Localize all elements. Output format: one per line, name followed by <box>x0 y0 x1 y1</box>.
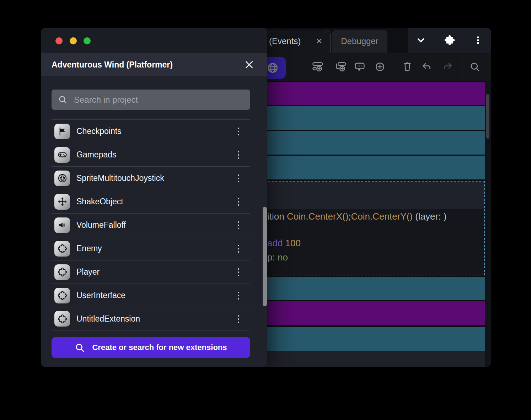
events-scrollbar-track[interactable] <box>485 81 491 367</box>
events-editor-window: (Events) ✕ Debugger <box>250 28 491 367</box>
screen: (Events) ✕ Debugger <box>0 0 531 420</box>
puzzle-icon <box>54 311 70 327</box>
item-menu-button[interactable] <box>233 260 244 284</box>
list-item-userinterface[interactable]: UserInterface <box>52 284 250 307</box>
event-row[interactable] <box>250 106 485 130</box>
add-subevent-button[interactable] <box>333 59 349 75</box>
joystick-icon <box>54 171 70 186</box>
toolbar-divider <box>308 56 308 77</box>
event-row[interactable] <box>250 82 485 105</box>
search-input[interactable] <box>73 95 244 105</box>
add-circle-button[interactable] <box>372 59 388 75</box>
tab-bar: (Events) ✕ Debugger <box>250 28 491 53</box>
event-action-text: ition Coin.CenterX();Coin.CenterY() (lay… <box>267 211 446 222</box>
event-action-text: p: no <box>267 252 288 263</box>
puzzle-icon <box>54 264 70 280</box>
globe-icon <box>266 61 280 75</box>
chevron-down-icon[interactable] <box>413 32 429 48</box>
create-search-extensions-button[interactable]: Create or search for new extensions <box>52 337 250 358</box>
tab-debugger[interactable]: Debugger <box>332 30 387 53</box>
item-menu-button[interactable] <box>233 307 244 331</box>
cta-label: Create or search for new extensions <box>92 343 227 352</box>
event-action-text: add 100 <box>267 238 301 249</box>
puzzle-icon <box>54 288 70 303</box>
event-row[interactable] <box>250 131 485 155</box>
close-icon[interactable] <box>244 59 254 70</box>
event-row-selected[interactable]: ition Coin.CenterX();Coin.CenterY() (lay… <box>250 181 485 275</box>
add-comment-button[interactable] <box>352 59 368 75</box>
dialog-header: Adventurous Wind (Platformer) <box>41 53 267 76</box>
puzzle-icon[interactable] <box>442 32 457 48</box>
kebab-menu-icon[interactable] <box>470 32 486 48</box>
item-menu-button[interactable] <box>233 214 244 237</box>
list-item-checkpoints[interactable]: Checkpoints <box>52 119 250 143</box>
search-events-button[interactable] <box>467 59 483 75</box>
flag-icon <box>54 124 70 139</box>
tabbar-controls <box>408 28 491 53</box>
list-item-gamepads[interactable]: Gamepads <box>52 143 250 166</box>
event-row[interactable] <box>250 301 485 325</box>
search-icon <box>75 343 85 353</box>
tab-events-label: (Events) <box>269 30 301 52</box>
tab-close-icon[interactable]: ✕ <box>313 30 325 52</box>
tab-debugger-label: Debugger <box>341 36 378 46</box>
puzzle-icon <box>54 241 70 257</box>
list-item-spritemultitouchjoystick[interactable]: SpriteMultitouchJoystick <box>52 166 250 190</box>
list-item-player[interactable]: Player <box>52 260 250 284</box>
minimize-traffic-light[interactable] <box>70 37 77 44</box>
move-arrows-icon <box>54 194 70 210</box>
toolbar-divider <box>462 56 462 77</box>
toolbar-divider <box>393 56 393 77</box>
item-menu-button[interactable] <box>233 237 244 260</box>
extensions-dialog: Adventurous Wind (Platformer) Checkpoint… <box>41 28 267 367</box>
events-sheet: ition Coin.CenterX();Coin.CenterY() (lay… <box>250 81 491 367</box>
item-menu-button[interactable] <box>233 284 244 307</box>
gamepad-icon <box>54 147 70 163</box>
item-menu-button[interactable] <box>233 143 244 167</box>
list-item-untitledextension[interactable]: UntitledExtension <box>52 307 250 330</box>
item-menu-button[interactable] <box>233 120 244 143</box>
event-row[interactable] <box>250 327 485 351</box>
dialog-scrollbar-thumb[interactable] <box>263 207 267 306</box>
search-icon <box>58 95 68 104</box>
dialog-titlebar <box>41 28 267 53</box>
speaker-icon <box>54 217 70 233</box>
event-conditions-area <box>251 182 484 209</box>
zoom-traffic-light[interactable] <box>84 37 91 44</box>
project-search[interactable] <box>52 90 250 110</box>
add-event-button[interactable] <box>310 59 326 75</box>
events-toolbar <box>250 53 491 81</box>
item-menu-button[interactable] <box>233 190 244 214</box>
event-row[interactable] <box>250 277 485 300</box>
event-row[interactable] <box>250 156 485 179</box>
list-item-enemy[interactable]: Enemy <box>52 237 250 260</box>
item-menu-button[interactable] <box>233 167 244 190</box>
undo-button[interactable] <box>419 59 435 75</box>
events-scrollbar-thumb[interactable] <box>486 94 489 139</box>
delete-button[interactable] <box>399 59 415 75</box>
redo-button[interactable] <box>440 59 455 75</box>
events-empty-area <box>250 351 485 367</box>
dialog-title: Adventurous Wind (Platformer) <box>52 53 173 76</box>
close-traffic-light[interactable] <box>55 37 63 44</box>
extensions-list: Checkpoints Gamepads SpriteMultitouchJo <box>52 119 250 330</box>
list-item-shakeobject[interactable]: ShakeObject <box>52 190 250 213</box>
list-item-volumefalloff[interactable]: VolumeFalloff <box>52 213 250 237</box>
